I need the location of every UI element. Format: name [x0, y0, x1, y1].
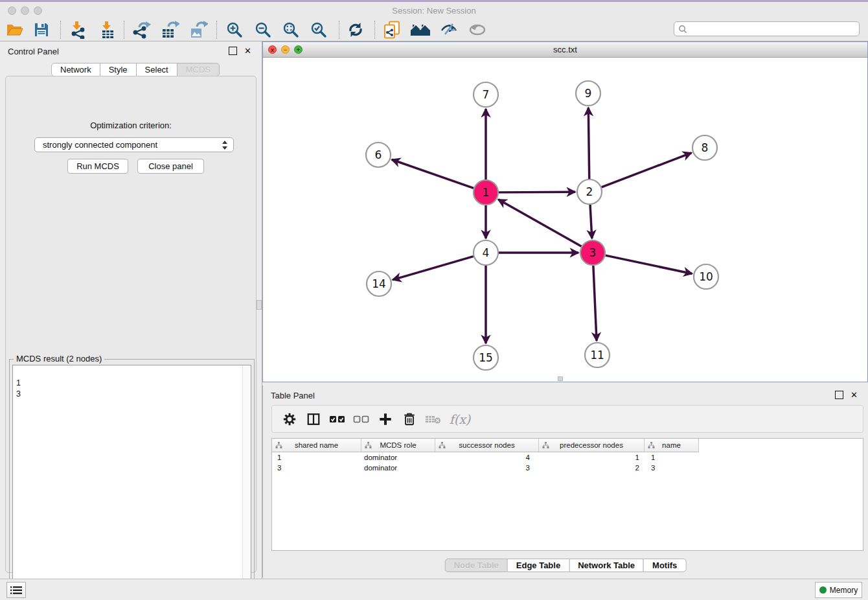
delete-table-button[interactable] — [421, 408, 445, 430]
column-header-name[interactable]: name — [645, 439, 699, 452]
export-table-button[interactable] — [159, 20, 180, 40]
column-header-successor-nodes[interactable]: successor nodes — [435, 439, 539, 452]
table-cell: dominator — [361, 452, 435, 463]
delete-table-icon — [425, 413, 442, 425]
tab-select[interactable]: Select — [136, 63, 177, 76]
list-icon — [10, 586, 22, 595]
edge-3-to-11[interactable] — [593, 266, 597, 341]
memory-label: Memory — [830, 586, 858, 595]
zoom-selected-button[interactable] — [308, 20, 329, 40]
network-canvas[interactable]: 7968124314101511 — [263, 58, 867, 382]
column-header-MCDS-role[interactable]: MCDS role — [361, 439, 435, 452]
close-panel-button[interactable]: Close panel — [137, 159, 204, 174]
add-row-button[interactable] — [373, 408, 397, 430]
canvas-grip[interactable] — [558, 376, 563, 381]
zoom-out-button[interactable] — [253, 20, 273, 40]
tab-motifs[interactable]: Motifs — [643, 559, 686, 572]
tab-network[interactable]: Network — [51, 63, 100, 76]
export-table-icon — [160, 21, 179, 39]
open-session-button[interactable] — [4, 20, 25, 40]
graph-node-14[interactable]: 14 — [367, 271, 391, 296]
close-table-panel-icon[interactable]: ✕ — [850, 391, 858, 399]
graph-node-15[interactable]: 15 — [474, 345, 498, 370]
graph-node-11[interactable]: 11 — [585, 343, 610, 367]
float-panel-icon[interactable] — [229, 47, 237, 55]
hide-button[interactable] — [439, 20, 459, 40]
delete-row-button[interactable] — [397, 408, 421, 430]
tab-mcds[interactable]: MCDS — [177, 63, 220, 76]
edge-2-to-3[interactable] — [590, 205, 592, 238]
table-tabs: Node TableEdge TableNetwork TableMotifs — [445, 559, 687, 572]
table-toolbar: f(x) — [271, 405, 863, 433]
zoom-in-button[interactable] — [224, 20, 245, 40]
column-layout-button[interactable] — [301, 408, 325, 430]
graph-node-2[interactable]: 2 — [577, 179, 602, 204]
edge-3-to-10[interactable] — [606, 255, 692, 273]
edge-3-to-1[interactable] — [498, 200, 581, 246]
import-table-button[interactable] — [97, 20, 118, 40]
column-header-shared-name[interactable]: shared name — [272, 439, 361, 452]
tab-network-table[interactable]: Network Table — [569, 559, 644, 572]
select-all-button[interactable] — [325, 408, 349, 430]
tab-style[interactable]: Style — [100, 63, 137, 76]
function-builder-button[interactable]: f(x) — [445, 408, 475, 430]
mcds-result-textarea[interactable]: 1 3 — [12, 365, 251, 597]
edge-4-to-14[interactable] — [393, 257, 474, 280]
node-label: 2 — [586, 185, 593, 198]
network-window-titlebar[interactable]: x − + scc.txt — [263, 42, 867, 58]
window-title: Session: New Session — [0, 6, 868, 16]
memory-button[interactable]: Memory — [815, 582, 862, 598]
graph-node-9[interactable]: 9 — [576, 81, 600, 106]
result-scrollbar[interactable] — [242, 365, 251, 597]
column-header-predecessor-nodes[interactable]: predecessor nodes — [539, 439, 645, 452]
toolbar-separator — [216, 21, 217, 39]
network-window-title: scc.txt — [263, 45, 867, 54]
import-network-icon — [69, 21, 87, 39]
show-button[interactable] — [467, 20, 488, 40]
import-network-button[interactable] — [67, 20, 88, 40]
split-divider-handle[interactable] — [257, 300, 262, 310]
edge-1-to-2[interactable] — [499, 192, 575, 192]
graph-node-4[interactable]: 4 — [474, 240, 498, 265]
edge-2-to-8[interactable] — [602, 153, 692, 187]
graph-node-8[interactable]: 8 — [692, 135, 717, 160]
delete-row-icon — [402, 412, 417, 426]
refresh-icon — [347, 21, 364, 38]
table-settings-button[interactable] — [277, 408, 301, 430]
control-panel: Control Panel ✕ NetworkStyleSelectMCDS O… — [0, 41, 262, 579]
search-field[interactable] — [674, 21, 860, 36]
add-row-icon — [378, 412, 393, 426]
save-session-button[interactable] — [31, 20, 52, 40]
zoom-fit-button[interactable] — [280, 20, 301, 40]
task-history-button[interactable] — [6, 582, 26, 598]
home-button[interactable] — [410, 20, 431, 40]
table-cell: 1 — [272, 452, 361, 463]
graph-node-3[interactable]: 3 — [580, 240, 605, 265]
unselect-all-button[interactable] — [349, 408, 373, 430]
network-file-button[interactable] — [382, 20, 402, 40]
refresh-button[interactable] — [345, 20, 366, 40]
search-input[interactable] — [690, 25, 859, 34]
zoom-in-icon — [226, 21, 243, 38]
graph-node-6[interactable]: 6 — [366, 143, 391, 167]
export-image-button[interactable] — [188, 20, 209, 40]
node-label: 6 — [375, 148, 382, 161]
edge-2-to-9[interactable] — [588, 108, 589, 179]
run-mcds-button[interactable]: Run MCDS — [67, 159, 128, 174]
table-row[interactable]: 3dominator323 — [272, 463, 863, 473]
toolbar-separator — [60, 21, 61, 39]
export-network-button[interactable] — [131, 20, 152, 40]
graph-node-7[interactable]: 7 — [474, 82, 498, 107]
open-session-icon — [6, 22, 23, 38]
tab-edge-table[interactable]: Edge Table — [507, 559, 569, 572]
node-table: shared nameMCDS rolesuccessor nodesprede… — [271, 438, 863, 551]
graph-node-10[interactable]: 10 — [694, 264, 718, 289]
close-panel-icon[interactable]: ✕ — [244, 47, 252, 55]
table-cell: 4 — [435, 452, 539, 463]
tab-node-table[interactable]: Node Table — [445, 559, 508, 572]
table-row[interactable]: 1dominator411 — [272, 452, 863, 463]
graph-node-1[interactable]: 1 — [474, 180, 498, 205]
optimization-criterion-dropdown[interactable]: strongly connected component — [34, 137, 234, 152]
float-table-panel-icon[interactable] — [835, 391, 843, 399]
edge-1-to-6[interactable] — [392, 159, 474, 188]
